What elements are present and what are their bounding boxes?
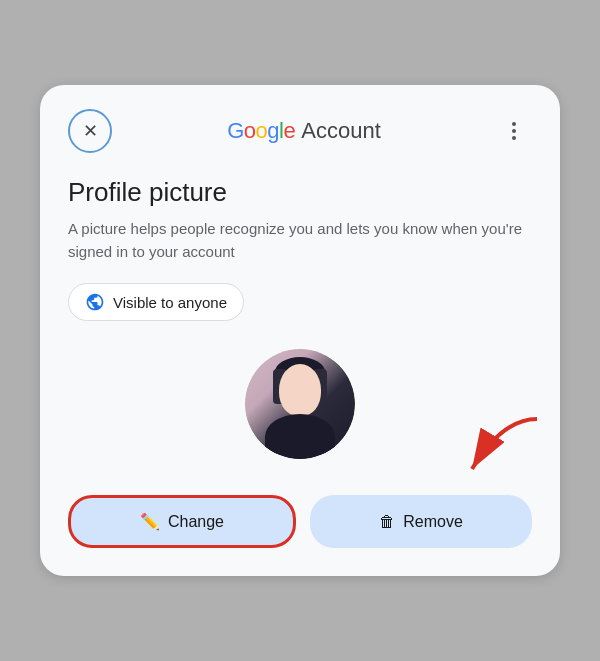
pencil-icon: ✏️ [140, 512, 160, 531]
close-icon: ✕ [83, 120, 98, 142]
profile-picture-card: ✕ Google Account Profile picture A pictu… [40, 85, 560, 576]
globe-icon [85, 292, 105, 312]
change-button[interactable]: ✏️ Change [68, 495, 296, 548]
remove-label: Remove [403, 513, 463, 531]
avatar-face [279, 364, 321, 416]
logo-letter-e: e [284, 118, 296, 143]
visibility-badge[interactable]: Visible to anyone [68, 283, 244, 321]
visibility-label: Visible to anyone [113, 294, 227, 311]
trash-icon: 🗑 [379, 513, 395, 531]
logo-letter-g: G [227, 118, 244, 143]
dot1 [512, 122, 516, 126]
page-description: A picture helps people recognize you and… [68, 218, 532, 263]
avatar-section [68, 349, 532, 459]
change-label: Change [168, 513, 224, 531]
dot3 [512, 136, 516, 140]
page-title: Profile picture [68, 177, 532, 208]
google-logo-area: Google Account [227, 118, 381, 144]
account-label: Account [301, 118, 381, 144]
close-button[interactable]: ✕ [68, 109, 112, 153]
avatar-image [245, 349, 355, 459]
remove-button[interactable]: 🗑 Remove [310, 495, 532, 548]
more-options-button[interactable] [496, 113, 532, 149]
avatar [245, 349, 355, 459]
dot2 [512, 129, 516, 133]
header: ✕ Google Account [68, 109, 532, 153]
logo-letter-o2: o [256, 118, 268, 143]
actions-row: ✏️ Change 🗑 Remove [68, 495, 532, 548]
logo-letter-g2: g [267, 118, 279, 143]
google-wordmark: Google [227, 118, 295, 144]
avatar-body [265, 414, 335, 459]
logo-letter-o1: o [244, 118, 256, 143]
